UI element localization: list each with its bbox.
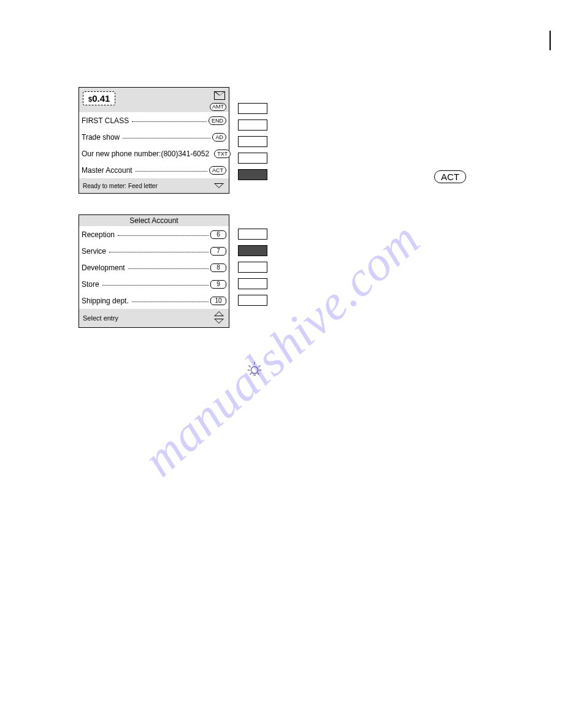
status-text: Ready to meter: Feed letter [83, 183, 158, 189]
softkey-4[interactable] [238, 278, 267, 289]
leader-dots [136, 171, 207, 172]
leader-dots [123, 138, 210, 138]
softkey-1[interactable] [238, 229, 267, 240]
row-label: Development [82, 264, 126, 272]
row-label: FIRST CLASS [82, 116, 130, 125]
amount-value: 0.41 [92, 93, 110, 104]
softkey-3[interactable] [238, 136, 267, 147]
scroll-down-icon [214, 319, 224, 324]
status-bar: Ready to meter: Feed letter [79, 178, 229, 193]
softkey-5[interactable] [238, 295, 267, 306]
softkey-pill-ad: AD [212, 133, 226, 142]
row-label: Store [82, 280, 101, 289]
account-row-shipping[interactable]: Shipping dept. 10 [79, 292, 229, 309]
amt-softkey-label: AMT [210, 103, 226, 111]
svg-point-0 [251, 366, 258, 373]
scroll-down-icon [214, 183, 224, 188]
account-row-reception[interactable]: Reception 6 [79, 226, 229, 243]
status-bar: Select entry [79, 309, 229, 327]
lightbulb-tip-icon [245, 360, 264, 381]
softkey-3[interactable] [238, 262, 267, 273]
meter-home-screen: $0.41 AMT FIRST CLASS END Trade show AD … [79, 87, 229, 194]
account-row-service[interactable]: Service 7 [79, 243, 229, 259]
softkey-5[interactable] [238, 169, 267, 180]
row-label: Reception [82, 230, 116, 239]
envelope-icon [214, 91, 225, 100]
row-master-account: Master Account ACT [79, 162, 229, 178]
document-page: manualshive.com $0.41 AMT FIRST CLASS EN… [0, 0, 563, 728]
row-label: Service [82, 247, 107, 256]
leader-dots [118, 235, 209, 236]
softkey-2[interactable] [238, 245, 267, 256]
row-label: Master Account [82, 166, 134, 175]
act-key-callout: ACT [434, 170, 466, 183]
leader-dots [109, 252, 209, 252]
row-number: 8 [210, 264, 226, 272]
softkey-pill-act: ACT [209, 166, 226, 175]
row-label: Shipping dept. [82, 297, 130, 305]
scroll-up-icon [214, 311, 224, 316]
status-text: Select entry [83, 314, 118, 322]
row-first-class: FIRST CLASS END [79, 112, 229, 129]
account-row-development[interactable]: Development 8 [79, 259, 229, 276]
row-label: Our new phone number:(800)341-6052 [82, 150, 210, 158]
softkey-pill-txt: TXT [214, 150, 231, 158]
leader-dots [128, 268, 209, 269]
page-margin-mark [550, 31, 551, 50]
leader-dots [132, 121, 207, 122]
softkey-2[interactable] [238, 119, 267, 131]
amount-box: $0.41 [83, 91, 115, 105]
row-phone-number: Our new phone number:(800)341-6052 TXT [79, 145, 229, 162]
softkey-4[interactable] [238, 153, 267, 164]
row-number: 6 [210, 230, 226, 239]
screen-title: Select Account [79, 215, 229, 226]
row-number: 9 [210, 280, 226, 289]
row-trade-show: Trade show AD [79, 129, 229, 145]
leader-dots [102, 285, 209, 286]
select-account-screen: Select Account Reception 6 Service 7 Dev… [79, 214, 229, 328]
screen-header: $0.41 AMT [79, 88, 229, 112]
row-number: 7 [210, 247, 226, 256]
leader-dots [132, 301, 209, 302]
row-number: 10 [210, 297, 226, 305]
softkey-1[interactable] [238, 103, 267, 114]
row-label: Trade show [82, 133, 121, 142]
softkey-pill-end: END [209, 116, 226, 125]
account-row-store[interactable]: Store 9 [79, 276, 229, 292]
